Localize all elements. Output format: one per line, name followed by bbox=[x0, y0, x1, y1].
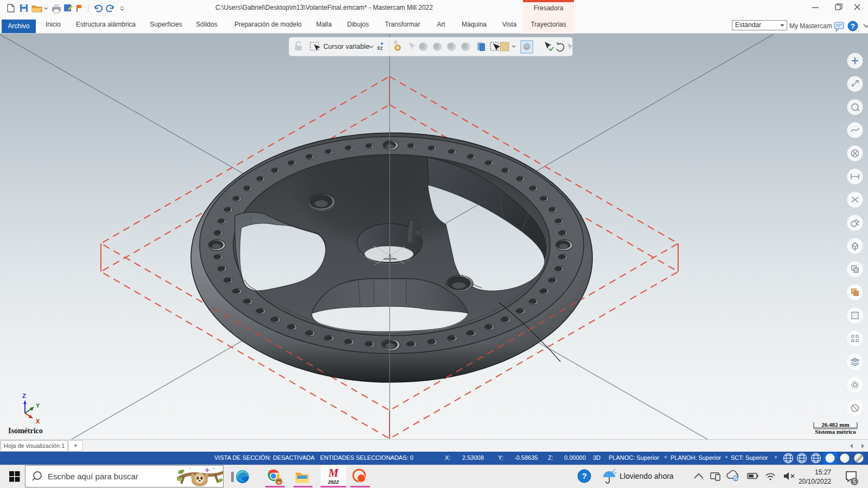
svg-text:5: 5 bbox=[853, 479, 856, 485]
svg-text:?: ? bbox=[582, 471, 586, 480]
svg-text:X: X bbox=[36, 418, 40, 425]
svg-text:?: ? bbox=[851, 22, 855, 30]
svg-text:Cursor variable: Cursor variable bbox=[323, 43, 369, 50]
svg-text:Z: Z bbox=[22, 393, 26, 399]
svg-text:Y: Y bbox=[36, 402, 40, 409]
svg-text:Isométrico: Isométrico bbox=[8, 427, 43, 435]
svg-text:ẋz: ẋz bbox=[377, 45, 383, 51]
